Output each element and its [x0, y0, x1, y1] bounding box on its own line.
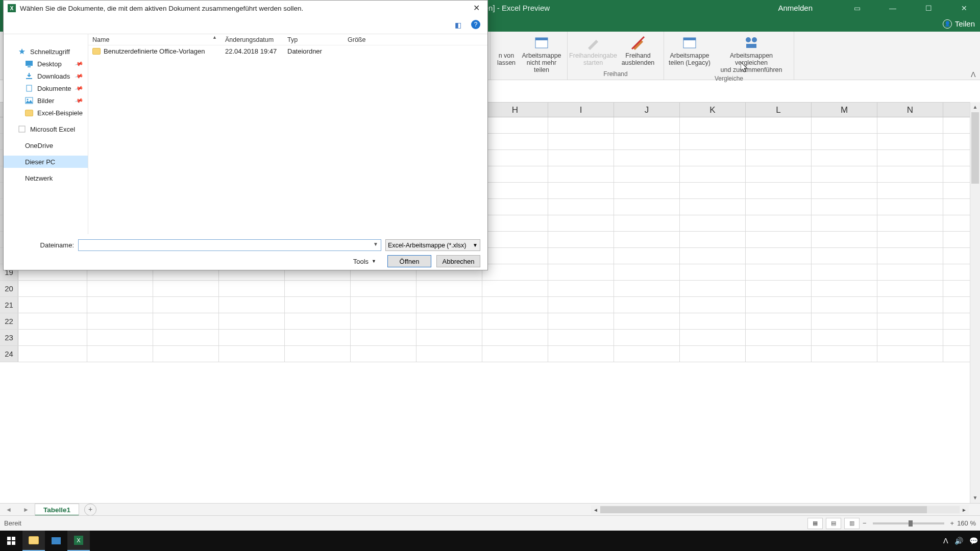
cell[interactable] — [548, 264, 614, 280]
col-header-date[interactable]: Änderungsdatum — [221, 36, 283, 43]
cell[interactable] — [746, 313, 812, 329]
cell[interactable] — [812, 199, 877, 215]
cell[interactable] — [680, 281, 746, 296]
cell[interactable] — [416, 313, 482, 329]
cell[interactable] — [548, 134, 614, 149]
col-K[interactable]: K — [680, 103, 746, 117]
cell[interactable] — [746, 330, 812, 345]
cell[interactable] — [482, 264, 548, 280]
cell[interactable] — [18, 281, 87, 296]
tray-volume-icon[interactable]: 🔊 — [954, 537, 963, 545]
cell[interactable] — [877, 281, 943, 296]
cell[interactable] — [877, 166, 943, 182]
cell[interactable] — [351, 346, 416, 362]
cell[interactable] — [614, 264, 680, 280]
cell[interactable] — [87, 346, 153, 362]
add-sheet-button[interactable]: + — [84, 504, 96, 516]
cell[interactable] — [746, 297, 812, 313]
cell[interactable] — [614, 166, 680, 182]
row-header[interactable]: 23 — [0, 330, 18, 345]
cell[interactable] — [87, 313, 153, 329]
cell[interactable] — [680, 183, 746, 198]
cell[interactable] — [614, 215, 680, 231]
cell[interactable] — [351, 297, 416, 313]
cell[interactable] — [548, 150, 614, 166]
cell[interactable] — [812, 134, 877, 149]
cell[interactable] — [746, 183, 812, 198]
taskbar-explorer[interactable] — [22, 531, 45, 551]
scroll-thumb[interactable] — [971, 112, 979, 184]
cell[interactable] — [680, 134, 746, 149]
cell[interactable] — [746, 150, 812, 166]
col-M[interactable]: M — [812, 103, 877, 117]
cell[interactable] — [285, 313, 351, 329]
row-header[interactable]: 20 — [0, 281, 18, 296]
cell[interactable] — [877, 313, 943, 329]
cell[interactable] — [746, 215, 812, 231]
view-options-icon[interactable]: ◧ — [453, 20, 463, 30]
cell[interactable] — [746, 281, 812, 296]
hscroll-thumb[interactable] — [600, 506, 927, 513]
cell[interactable] — [680, 215, 746, 231]
horizontal-scrollbar[interactable]: ◄ ► — [591, 505, 969, 514]
cell[interactable] — [812, 117, 877, 133]
cell[interactable] — [680, 248, 746, 264]
cell[interactable] — [614, 117, 680, 133]
collapse-ribbon-icon[interactable]: ᐱ — [971, 70, 976, 79]
cell[interactable] — [351, 330, 416, 345]
cell[interactable] — [18, 313, 87, 329]
cell[interactable] — [680, 297, 746, 313]
cell[interactable] — [812, 346, 877, 362]
open-button[interactable]: Öffnen — [387, 255, 431, 267]
cell[interactable] — [614, 313, 680, 329]
cell[interactable] — [219, 313, 285, 329]
cell[interactable] — [812, 183, 877, 198]
cell[interactable] — [680, 166, 746, 182]
cell[interactable] — [877, 134, 943, 149]
cell[interactable] — [877, 117, 943, 133]
nav-downloads[interactable]: Downloads📌 — [4, 70, 88, 82]
filename-dropdown-icon[interactable]: ▼ — [373, 241, 378, 247]
cell[interactable] — [746, 232, 812, 247]
share-button[interactable]: 👤 Teilen — [943, 16, 975, 32]
cell[interactable] — [482, 150, 548, 166]
cell[interactable] — [351, 313, 416, 329]
cell[interactable] — [285, 281, 351, 296]
cell[interactable] — [680, 150, 746, 166]
cell[interactable] — [548, 166, 614, 182]
ribbon-btn-unshare[interactable]: Arbeitsmappenicht mehr teilen — [520, 33, 563, 73]
scroll-down-icon[interactable]: ▼ — [970, 493, 980, 503]
cell[interactable] — [548, 346, 614, 362]
cell[interactable] — [812, 215, 877, 231]
cell[interactable] — [614, 150, 680, 166]
cell[interactable] — [285, 346, 351, 362]
cell[interactable] — [219, 346, 285, 362]
cell[interactable] — [416, 330, 482, 345]
cell[interactable] — [416, 281, 482, 296]
col-N[interactable]: N — [877, 103, 943, 117]
cell[interactable] — [614, 297, 680, 313]
tools-dropdown[interactable]: Tools▼ — [353, 258, 376, 265]
view-page-layout-icon[interactable]: ▤ — [826, 518, 841, 529]
zoom-out-button[interactable]: − — [863, 519, 867, 527]
cancel-button[interactable]: Abbrechen — [436, 255, 480, 267]
cell[interactable] — [614, 199, 680, 215]
nav-desktop[interactable]: Desktop📌 — [4, 58, 88, 70]
taskbar-app[interactable] — [45, 531, 67, 551]
cell[interactable] — [153, 297, 219, 313]
col-header-name[interactable]: Name▲ — [88, 36, 221, 43]
cell[interactable] — [680, 232, 746, 247]
cell[interactable] — [877, 330, 943, 345]
cell[interactable] — [482, 232, 548, 247]
tab-nav-next-icon[interactable]: ► — [17, 506, 35, 513]
nav-this-pc[interactable]: Dieser PC — [4, 156, 88, 168]
cell[interactable] — [548, 313, 614, 329]
zoom-percent[interactable]: 160 % — [957, 519, 976, 527]
zoom-thumb[interactable] — [909, 520, 913, 527]
cell[interactable] — [746, 134, 812, 149]
cell[interactable] — [877, 215, 943, 231]
cell[interactable] — [548, 117, 614, 133]
col-I[interactable]: I — [548, 103, 614, 117]
cell[interactable] — [87, 297, 153, 313]
cell[interactable] — [219, 330, 285, 345]
